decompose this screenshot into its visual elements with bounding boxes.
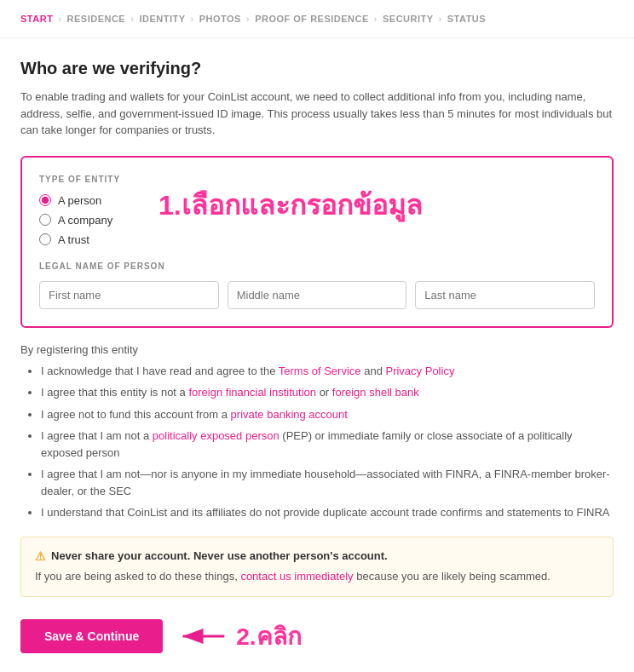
middle-name-input[interactable] bbox=[228, 281, 407, 309]
breadcrumb-identity[interactable]: IDENTITY bbox=[139, 14, 185, 24]
page-title: Who are we verifying? bbox=[20, 59, 614, 78]
type-of-entity-label: TYPE OF ENTITY bbox=[39, 175, 595, 184]
breadcrumb-sep-1: › bbox=[58, 14, 61, 24]
breadcrumb-photos[interactable]: PHOTOS bbox=[199, 14, 241, 24]
terms-intro: By registering this entity bbox=[20, 343, 614, 356]
last-name-input[interactable] bbox=[415, 281, 595, 309]
legal-name-label: LEGAL NAME OF PERSON bbox=[39, 261, 595, 271]
entity-type-group: A person A company A trust bbox=[39, 194, 595, 246]
click-label: 2.คลิก bbox=[236, 617, 301, 655]
breadcrumb-sep-2: › bbox=[130, 14, 134, 24]
foreign-shell-bank-link[interactable]: foreign shell bank bbox=[332, 386, 419, 399]
breadcrumb-start[interactable]: START bbox=[20, 14, 53, 24]
warning-title: ⚠ Never share your account. Never use an… bbox=[35, 549, 599, 563]
radio-a-person[interactable]: A person bbox=[39, 194, 595, 207]
page-description: To enable trading and wallets for your C… bbox=[20, 89, 614, 139]
terms-item-pba: I agree not to fund this account from a … bbox=[41, 406, 614, 423]
breadcrumb-sep-6: › bbox=[439, 14, 442, 24]
name-fields-row bbox=[39, 281, 595, 309]
terms-item-ffi: I agree that this entity is not a foreig… bbox=[41, 384, 614, 401]
button-area: Save & Continue 2.คลิก bbox=[20, 617, 614, 655]
terms-item-pep: I agree that I am not a politically expo… bbox=[41, 428, 614, 461]
entity-selection-box: 1.เลือกและกรอกข้อมูล TYPE OF ENTITY A pe… bbox=[20, 156, 614, 328]
first-name-input[interactable] bbox=[39, 281, 219, 309]
breadcrumb-sep-3: › bbox=[191, 14, 194, 24]
foreign-financial-institution-link[interactable]: foreign financial institution bbox=[188, 386, 316, 399]
breadcrumb-security[interactable]: SECURITY bbox=[383, 14, 434, 24]
breadcrumb-sep-5: › bbox=[374, 14, 378, 24]
terms-item-coinlist: I understand that CoinList and its affil… bbox=[41, 504, 614, 521]
warning-text: If you are being asked to do these thing… bbox=[35, 568, 599, 585]
breadcrumb: START › RESIDENCE › IDENTITY › PHOTOS › … bbox=[0, 0, 634, 38]
radio-a-company[interactable]: A company bbox=[39, 214, 595, 227]
warning-box: ⚠ Never share your account. Never use an… bbox=[20, 537, 614, 598]
breadcrumb-sep-4: › bbox=[246, 14, 250, 24]
contact-us-link[interactable]: contact us immediately bbox=[240, 570, 353, 583]
arrow-annotation: 2.คลิก bbox=[176, 617, 301, 655]
radio-a-trust[interactable]: A trust bbox=[39, 233, 595, 246]
terms-item-tos: I acknowledge that I have read and agree… bbox=[41, 363, 614, 380]
politically-exposed-person-link[interactable]: politically exposed person bbox=[153, 429, 280, 442]
terms-section: By registering this entity I acknowledge… bbox=[20, 343, 614, 521]
terms-item-finra: I agree that I am not—nor is anyone in m… bbox=[41, 466, 614, 499]
save-continue-button[interactable]: Save & Continue bbox=[20, 619, 163, 653]
warning-icon: ⚠ bbox=[35, 549, 46, 563]
breadcrumb-residence[interactable]: RESIDENCE bbox=[67, 14, 126, 24]
breadcrumb-proof[interactable]: PROOF OF RESIDENCE bbox=[255, 14, 369, 24]
arrow-icon bbox=[176, 623, 228, 649]
terms-of-service-link[interactable]: Terms of Service bbox=[279, 365, 361, 377]
privacy-policy-link[interactable]: Privacy Policy bbox=[385, 365, 454, 377]
private-banking-account-link[interactable]: private banking account bbox=[231, 408, 348, 421]
breadcrumb-status[interactable]: STATUS bbox=[447, 14, 486, 24]
main-content: Who are we verifying? To enable trading … bbox=[0, 38, 634, 672]
terms-list: I acknowledge that I have read and agree… bbox=[20, 363, 614, 521]
